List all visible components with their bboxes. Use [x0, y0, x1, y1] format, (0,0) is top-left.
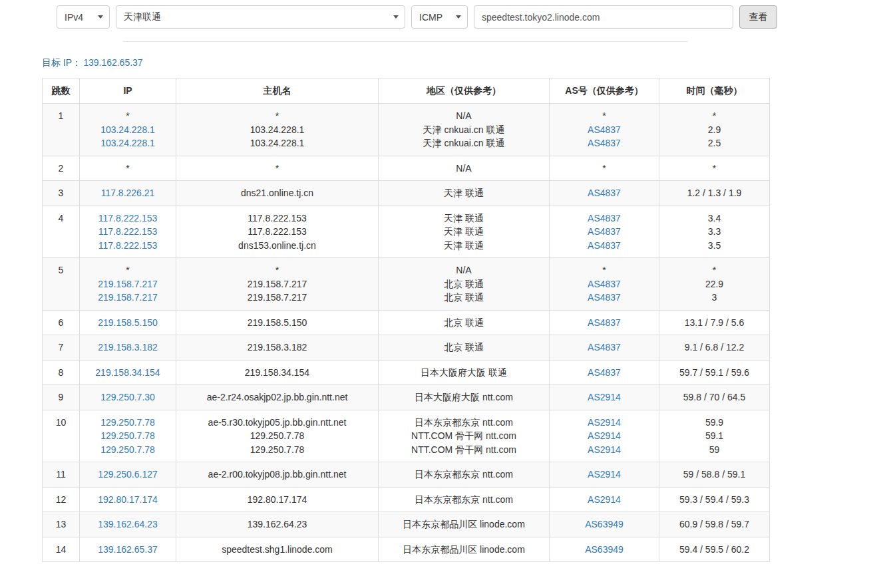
time-cell-text: 59.3 / 59.4 / 59.3 — [663, 493, 765, 507]
asn-cell-line: AS4837 — [554, 291, 655, 305]
asn-link[interactable]: AS2914 — [588, 417, 621, 428]
header-ip: IP — [80, 78, 176, 104]
ip-link[interactable]: 139.162.64.23 — [98, 519, 158, 529]
ip-link[interactable]: 117.8.222.153 — [98, 240, 158, 251]
ip-link[interactable]: 219.158.7.217 — [98, 292, 158, 303]
hop-number-text: 6 — [47, 316, 75, 330]
region-cell: 日本东京都品川区 linode.com — [379, 537, 550, 562]
asn-link[interactable]: AS4837 — [588, 317, 621, 328]
table-row: 12192.80.17.174192.80.17.174日本东京都东京 ntt.… — [43, 487, 770, 512]
table-row: 2**N/A** — [43, 156, 770, 181]
region-cell-text: NTT.COM 骨干网 ntt.com — [383, 429, 545, 443]
ip-link[interactable]: 117.8.222.153 — [98, 213, 158, 223]
hop-number-text: 1 — [47, 109, 75, 123]
asn-link[interactable]: AS63949 — [585, 544, 624, 555]
asn-link[interactable]: AS4837 — [588, 124, 621, 135]
node-select[interactable]: 天津联通 — [116, 5, 405, 29]
hostname-cell-text: 117.8.222.153 — [180, 212, 374, 225]
time-cell-text: 60.9 / 59.8 / 59.7 — [663, 517, 765, 531]
ip-link[interactable]: 219.158.3.182 — [98, 342, 158, 353]
asn-link[interactable]: AS2914 — [588, 392, 621, 402]
asn-link[interactable]: AS2914 — [588, 444, 621, 455]
hop-number-text: 14 — [47, 543, 75, 557]
ip-link[interactable]: 117.8.226.21 — [101, 188, 155, 198]
hostname-cell: 219.158.5.150 — [176, 310, 379, 335]
asn-link[interactable]: AS63949 — [585, 519, 624, 529]
target-ip-link[interactable]: 139.162.65.37 — [83, 57, 143, 68]
ip-link[interactable]: 103.24.228.1 — [100, 124, 155, 135]
hostname-cell: 117.8.222.153117.8.222.153dns153.online.… — [176, 206, 379, 258]
hostname-cell-text: 219.158.3.182 — [180, 341, 374, 355]
asn-link[interactable]: AS2914 — [588, 494, 621, 505]
time-cell: * — [659, 156, 770, 181]
time-cell-text: 2.9 — [663, 123, 765, 137]
region-cell-text: 天津 联通 — [383, 239, 545, 253]
hostname-cell: * — [176, 156, 379, 181]
hostname-cell-text: 219.158.7.217 — [180, 291, 374, 305]
region-cell-text: 天津 联通 — [383, 225, 545, 239]
asn-cell: AS4837AS4837AS4837 — [550, 206, 659, 258]
asn-link[interactable]: AS4837 — [588, 367, 621, 378]
time-cell-text: 59.8 / 70 / 64.5 — [663, 390, 765, 404]
target-input[interactable] — [474, 5, 733, 29]
asn-link[interactable]: AS2914 — [588, 430, 621, 441]
ip-link[interactable]: 139.162.65.37 — [98, 544, 158, 555]
asn-cell-line: AS2914 — [554, 493, 655, 507]
asn-link[interactable]: AS4837 — [588, 342, 621, 353]
hop-number: 6 — [43, 310, 80, 335]
ip-version-select[interactable]: IPv4 — [57, 5, 110, 29]
time-cell-text: * — [663, 263, 765, 277]
asn-cell: AS2914AS2914AS2914 — [550, 410, 659, 462]
hop-number: 2 — [43, 156, 80, 181]
region-cell-text: 北京 联通 — [383, 291, 545, 305]
toolbar: IPv4 天津联通 ICMP 查看 — [57, 5, 891, 29]
hostname-cell: *219.158.7.217219.158.7.217 — [176, 258, 379, 311]
time-cell: 1.2 / 1.3 / 1.9 — [659, 181, 770, 206]
ip-link[interactable]: 219.158.7.217 — [98, 279, 158, 289]
asn-cell-line: AS63949 — [554, 543, 655, 557]
ip-link[interactable]: 219.158.5.150 — [98, 317, 158, 328]
header-time: 时间（毫秒） — [659, 78, 770, 104]
time-cell-text: 3.5 — [663, 239, 765, 253]
asn-link[interactable]: AS2914 — [588, 469, 621, 480]
asn-link[interactable]: AS4837 — [588, 138, 621, 148]
ip-link[interactable]: 129.250.6.127 — [98, 469, 158, 480]
asn-link[interactable]: AS4837 — [588, 213, 621, 223]
ip-link[interactable]: 219.158.34.154 — [95, 367, 160, 378]
ip-link[interactable]: 129.250.7.78 — [100, 417, 155, 428]
asn-link[interactable]: AS4837 — [588, 188, 621, 198]
hop-number: 10 — [43, 410, 80, 462]
asn-link[interactable]: AS4837 — [588, 240, 621, 251]
ip-link[interactable]: 117.8.222.153 — [98, 226, 158, 237]
submit-button[interactable]: 查看 — [739, 5, 777, 29]
ip-cell-line: 219.158.7.217 — [84, 291, 172, 305]
ip-cell-line: 219.158.7.217 — [84, 277, 172, 291]
time-cell-text: 59.9 — [663, 416, 765, 430]
asn-link[interactable]: AS4837 — [588, 279, 621, 289]
ip-link[interactable]: 192.80.17.174 — [98, 494, 158, 505]
table-row: 13139.162.64.23139.162.64.23日本东京都品川区 lin… — [43, 512, 770, 537]
ip-cell-line: 139.162.65.37 — [84, 543, 172, 557]
ip-link[interactable]: 103.24.228.1 — [100, 138, 155, 148]
header-asn: AS号（仅供参考） — [550, 78, 659, 104]
table-row: 3117.8.226.21dns21.online.tj.cn天津 联通AS48… — [43, 181, 770, 206]
ip-cell: 139.162.64.23 — [80, 512, 176, 537]
ip-link[interactable]: 129.250.7.30 — [100, 392, 155, 402]
hostname-cell-text: 129.250.7.78 — [180, 429, 374, 443]
asn-link[interactable]: AS4837 — [588, 292, 621, 303]
time-cell-text: 59.4 / 59.5 / 60.2 — [663, 543, 765, 557]
target-ip-label: 目标 IP： — [42, 57, 81, 68]
time-cell: 9.1 / 6.8 / 12.2 — [659, 335, 770, 361]
hop-number-text: 7 — [47, 341, 75, 355]
asn-link[interactable]: AS4837 — [588, 226, 621, 237]
hostname-cell: ae-2.r00.tokyjp08.jp.bb.gin.ntt.net — [176, 462, 379, 488]
hostname-cell-text: * — [180, 162, 374, 176]
protocol-select[interactable]: ICMP — [411, 5, 468, 29]
ip-link[interactable]: 129.250.7.78 — [100, 430, 155, 441]
ip-version-value: IPv4 — [65, 12, 83, 23]
ip-cell-line: 129.250.6.127 — [84, 468, 172, 482]
ip-link[interactable]: 129.250.7.78 — [100, 444, 155, 455]
region-cell-text: 天津 cnkuai.cn 联通 — [383, 136, 545, 150]
ip-cell: 117.8.226.21 — [80, 181, 176, 206]
time-cell-text: 3 — [663, 291, 765, 305]
